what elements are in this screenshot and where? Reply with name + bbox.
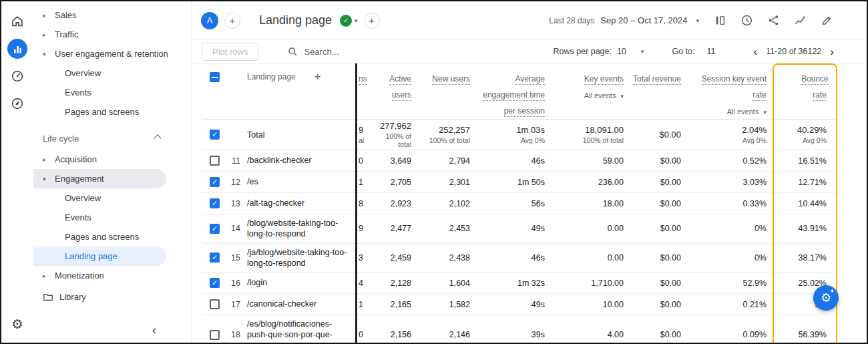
insights-button[interactable] <box>794 14 807 27</box>
sessions-clipped-value: 1 <box>355 300 373 309</box>
plot-rows-button[interactable]: Plot rows <box>202 43 258 61</box>
sidebar-item-pages-and-screens[interactable]: Pages and screens <box>33 102 191 122</box>
sessions-column-header-clipped[interactable]: ns <box>355 63 373 87</box>
new-users-value: 2,438 <box>419 253 478 263</box>
sidebar-item-label: Acquisition <box>55 154 97 164</box>
sidebar-item-engagement[interactable]: ▾ Engagement <box>33 169 166 188</box>
landing-page-value[interactable]: /ja/blog/website-taking-too-long-to-resp… <box>247 244 355 273</box>
sidebar-item-overview[interactable]: Overview <box>33 63 191 83</box>
key-events-value: 236.00 <box>553 178 632 187</box>
total-revenue-column-header[interactable]: Total revenue <box>632 63 689 87</box>
table-row: 11 /backlink-checker 0 3,649 2,794 46s 5… <box>202 150 837 171</box>
sidebar-item-traffic[interactable]: ▸ Traffic <box>33 25 191 44</box>
key-events-column-header[interactable]: Key events All events ▾ <box>553 63 632 100</box>
landing-page-value[interactable]: /es <box>247 173 355 190</box>
data-freshness-button[interactable] <box>740 14 753 27</box>
explore-nav-button[interactable] <box>7 93 28 114</box>
landing-page-value[interactable]: /alt-tag-checker <box>247 194 355 212</box>
row-checkbox[interactable] <box>210 252 220 263</box>
account-avatar[interactable]: A <box>201 12 218 29</box>
bounce-rate-value: 43.91% <box>775 224 837 233</box>
status-caret-icon[interactable]: ▾ <box>355 17 358 24</box>
total-revenue-value: $0.00 <box>632 330 689 339</box>
sidebar-item-sales[interactable]: ▸ Sales <box>33 5 191 25</box>
add-comparison-button[interactable]: + <box>224 13 240 29</box>
table-row: 17 /canonical-checker 1 2,165 1,582 49s … <box>202 293 837 315</box>
report-status-icon[interactable]: ✓ <box>340 15 352 27</box>
report-nav-sidebar: ▸ Sales ▸ Traffic ▾ User engagement & re… <box>33 1 192 343</box>
sidebar-item-landing-page[interactable]: Landing page <box>33 246 166 266</box>
search-icon <box>288 47 298 57</box>
session-rate-value: 0% <box>689 253 775 263</box>
row-checkbox[interactable] <box>210 299 220 309</box>
insights-fab-button[interactable]: ⚙ ✦ <box>813 285 839 311</box>
landing-page-value[interactable]: /login <box>247 274 355 291</box>
avg-engagement-value: 46s <box>478 156 553 166</box>
bounce-rate-value: 10.44% <box>775 199 837 208</box>
advertising-nav-button[interactable] <box>7 65 28 87</box>
lifecycle-section-header[interactable]: Life cycle <box>33 127 191 150</box>
row-checkbox[interactable] <box>210 177 220 187</box>
rows-per-page-select[interactable]: 10 ▾ <box>617 47 644 56</box>
landing-page-value[interactable]: /es/blog/notificaciones-push-que-son-por… <box>247 315 355 344</box>
avg-engagement-total: 1m 03sAvg 0% <box>478 125 553 144</box>
total-revenue-value: $0.00 <box>632 178 689 187</box>
date-range-picker[interactable]: Last 28 days Sep 20 – Oct 17, 2024 ▾ <box>549 15 699 25</box>
reports-nav-button[interactable] <box>7 38 28 59</box>
sidebar-item-pages-and-screens[interactable]: Pages and screens <box>33 227 191 246</box>
select-all-checkbox[interactable] <box>210 72 220 82</box>
sidebar-item-monetization[interactable]: ▸ Monetization <box>33 266 191 285</box>
row-checkbox[interactable] <box>210 198 220 208</box>
session-rate-filter[interactable]: All events ▾ <box>689 108 767 116</box>
report-main: A + Landing page ✓ ▾ + Last 28 days Sep … <box>192 1 867 343</box>
avg-engagement-value: 46s <box>478 253 553 263</box>
row-checkbox[interactable] <box>210 224 220 234</box>
landing-page-column-header[interactable]: Landing page + <box>247 63 355 81</box>
sidebar-item-user-engagement-retention[interactable]: ▾ User engagement & retention <box>33 44 191 63</box>
home-nav-button[interactable] <box>7 11 28 32</box>
landing-page-value[interactable]: /canonical-checker <box>247 295 355 313</box>
compare-button[interactable] <box>714 14 726 27</box>
landing-page-value[interactable]: /backlink-checker <box>247 152 355 169</box>
sidebar-item-label: Overview <box>65 68 101 78</box>
pinned-column-divider[interactable] <box>355 63 357 344</box>
landing-page-value[interactable]: /blog/website-taking-too-long-to-respond <box>247 214 355 243</box>
previous-page-icon[interactable]: ‹ <box>750 46 761 57</box>
new-users-column-header[interactable]: New users <box>419 63 478 87</box>
sparkle-icon: ✦ <box>829 289 835 295</box>
expand-arrow-icon: ▸ <box>43 12 49 19</box>
table-total-row: Total 9al 277,962100% of total 252,25710… <box>202 119 837 150</box>
add-dimension-icon[interactable]: + <box>314 72 321 81</box>
bounce-rate-column-header[interactable]: Bounce rate <box>775 63 837 103</box>
total-row-checkbox[interactable] <box>210 130 220 140</box>
key-events-filter[interactable]: All events ▾ <box>553 92 624 100</box>
share-button[interactable] <box>767 14 780 27</box>
active-users-column-header[interactable]: Active users <box>373 63 419 103</box>
clock-icon <box>740 14 753 27</box>
avg-engagement-column-header[interactable]: Average engagement time per session <box>478 63 553 119</box>
add-tab-button[interactable]: + <box>364 13 380 29</box>
sidebar-item-events[interactable]: Events <box>33 208 191 227</box>
column-label: Landing page <box>247 72 296 81</box>
bounce-rate-total: 40.29%Avg 0% <box>775 125 837 144</box>
search-input[interactable] <box>304 47 404 57</box>
sidebar-item-events[interactable]: Events <box>33 83 191 102</box>
admin-button[interactable]: ⚙ <box>7 313 28 335</box>
rows-per-page-value: 10 <box>617 47 626 56</box>
sidebar-item-library[interactable]: Library <box>33 287 191 307</box>
table-row: 14 /blog/website-taking-too-long-to-resp… <box>202 214 837 243</box>
edit-button[interactable] <box>821 14 833 27</box>
explore-icon <box>10 96 25 111</box>
session-key-event-rate-column-header[interactable]: Session key event rate All events ▾ <box>689 63 775 116</box>
expand-arrow-icon: ▸ <box>43 273 49 279</box>
share-icon <box>767 14 780 27</box>
row-checkbox[interactable] <box>210 278 220 288</box>
row-checkbox[interactable] <box>210 330 220 340</box>
sidebar-item-acquisition[interactable]: ▸ Acquisition <box>33 150 191 169</box>
next-page-icon[interactable]: › <box>827 46 837 57</box>
row-checkbox[interactable] <box>210 156 220 166</box>
goto-input[interactable]: 11 <box>700 47 722 56</box>
sidebar-item-overview[interactable]: Overview <box>33 188 191 208</box>
total-revenue-value: $0.00 <box>632 156 689 166</box>
collapse-sidebar-icon[interactable]: ‹ <box>152 324 156 336</box>
